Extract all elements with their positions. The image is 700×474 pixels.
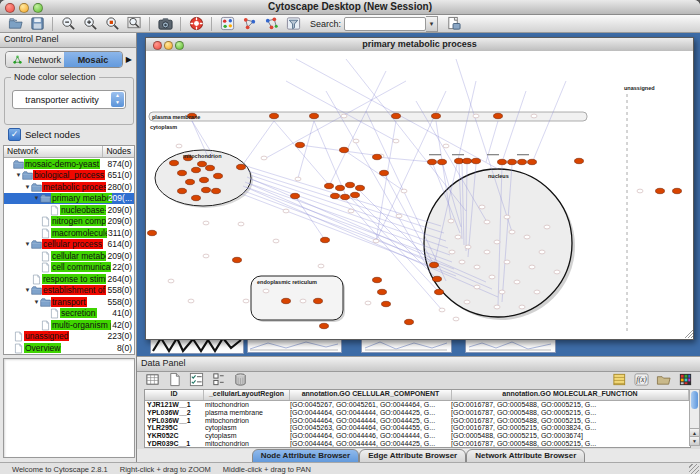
network-node[interactable] <box>489 275 495 279</box>
network-node[interactable] <box>300 299 306 303</box>
network-node[interactable] <box>341 114 347 118</box>
network-node-selected[interactable] <box>378 289 387 294</box>
network-node[interactable] <box>539 250 545 254</box>
network-window-titlebar[interactable]: primary metabolic process <box>146 38 693 52</box>
network-node-selected[interactable] <box>373 154 382 159</box>
network-node-selected[interactable] <box>498 159 507 164</box>
network-window-resize-grip[interactable] <box>685 330 693 338</box>
network-edge[interactable] <box>274 121 329 185</box>
network-node-selected[interactable] <box>296 142 305 147</box>
network-node[interactable] <box>448 219 454 223</box>
network-node[interactable] <box>479 205 485 209</box>
network-node-selected[interactable] <box>494 113 503 118</box>
tree-expand-icon[interactable]: ▼ <box>24 241 31 247</box>
network-node-selected[interactable] <box>320 323 329 328</box>
tree-row[interactable]: cell communicat22(0) <box>4 262 134 274</box>
network-node-selected[interactable] <box>186 179 195 184</box>
network-node-selected[interactable] <box>202 187 211 192</box>
network-edge[interactable] <box>360 191 434 265</box>
network-node-selected[interactable] <box>528 159 537 164</box>
network-node[interactable] <box>484 220 490 224</box>
network-node[interactable] <box>465 245 471 249</box>
network-node[interactable] <box>168 279 174 283</box>
network-node[interactable] <box>504 215 510 219</box>
network-node[interactable] <box>439 308 445 312</box>
network-edge[interactable] <box>486 121 498 162</box>
scroll-down-icon[interactable]: ▼ <box>690 436 699 445</box>
node-color-combobox[interactable]: transporter activity ▲▼ <box>12 90 126 109</box>
network-node-selected[interactable] <box>325 183 334 188</box>
network-node-selected[interactable] <box>178 188 187 193</box>
tree-row[interactable]: multi-organism pro42(0) <box>4 319 134 331</box>
table-row[interactable]: YKR052Ccytoplasm[GO:0044464, GO:0044446,… <box>145 432 690 440</box>
network-node-selected[interactable] <box>291 193 300 198</box>
tree-row[interactable]: ▼primary metabo209(... <box>4 193 134 205</box>
network-canvas[interactable]: plasma membranecytoplasmmitochondrionnuc… <box>146 51 693 339</box>
network-node[interactable] <box>283 209 289 213</box>
tree-row[interactable]: response to stimulu264(0) <box>4 273 134 285</box>
table-scrollbar[interactable]: ▲ ▼ <box>689 389 700 446</box>
tree-expand-icon[interactable]: ▼ <box>33 299 40 305</box>
zoom-fit-icon[interactable] <box>126 16 142 32</box>
table-row[interactable]: YLR295Ccytoplasm[GO:0045263, GO:0044464,… <box>145 424 690 432</box>
table-row[interactable]: YDR039C__1mitochondrion[GO:0044464, GO:0… <box>145 440 690 448</box>
network-node-selected[interactable] <box>351 192 360 197</box>
network-node[interactable] <box>396 214 402 218</box>
network-node-selected[interactable] <box>433 276 442 281</box>
network-node[interactable] <box>453 317 459 321</box>
select-nodes-checkbox[interactable]: ✓ <box>8 128 21 141</box>
tree-expand-icon[interactable]: ▼ <box>33 195 40 201</box>
table-column-header[interactable]: annotation.GO CELLULAR_COMPONENT <box>290 390 452 400</box>
network-node[interactable] <box>459 260 465 264</box>
help-icon[interactable] <box>188 16 204 32</box>
import-attribute-icon[interactable] <box>445 16 461 32</box>
network-node[interactable] <box>373 239 379 243</box>
network-node[interactable] <box>263 289 269 293</box>
network-node[interactable] <box>519 305 525 309</box>
matrix-icon[interactable] <box>677 371 693 387</box>
network-node[interactable] <box>295 177 301 181</box>
network-node-selected[interactable] <box>673 188 682 193</box>
network-node-selected[interactable] <box>212 188 221 193</box>
table-column-header[interactable]: ID <box>145 390 204 400</box>
network-node[interactable] <box>365 301 371 305</box>
select-attributes-icon[interactable] <box>188 371 204 387</box>
network-node-selected[interactable] <box>178 170 187 175</box>
network-edge[interactable] <box>295 196 325 240</box>
network-node-selected[interactable] <box>148 230 157 235</box>
network-node-selected[interactable] <box>430 262 439 267</box>
network-node[interactable] <box>499 290 505 294</box>
tab-overflow-arrow-icon[interactable]: ▶ <box>126 55 132 64</box>
float-panel-icon[interactable] <box>686 358 697 369</box>
vizmapper-icon[interactable] <box>219 16 235 32</box>
network-node-selected[interactable] <box>214 173 223 178</box>
network-node-selected[interactable] <box>656 188 665 193</box>
tree-row[interactable]: nucleobase-209(0) <box>4 204 134 216</box>
network-node-selected[interactable] <box>200 177 209 182</box>
network-node[interactable] <box>509 230 515 234</box>
tree-row[interactable]: ▼metabolic process280(0) <box>4 181 134 193</box>
network-node[interactable] <box>348 209 354 213</box>
scrollbar-thumb[interactable] <box>691 391 698 409</box>
network-edge[interactable] <box>366 111 446 281</box>
tree-expand-icon[interactable]: ▼ <box>24 184 31 190</box>
network-node-selected[interactable] <box>508 159 517 164</box>
save-icon[interactable] <box>29 16 45 32</box>
network-node[interactable] <box>273 239 279 243</box>
network-node-selected[interactable] <box>282 298 291 303</box>
network-node-selected[interactable] <box>340 147 349 152</box>
network-node-selected[interactable] <box>206 165 215 170</box>
network-node[interactable] <box>188 299 194 303</box>
search-input[interactable] <box>344 17 426 31</box>
formula-builder-icon[interactable]: f(x) <box>633 371 649 387</box>
network-edge[interactable] <box>298 121 314 178</box>
background-window-sliver[interactable] <box>361 338 452 353</box>
filter-icon[interactable] <box>285 16 301 32</box>
network-node-selected[interactable] <box>380 170 389 175</box>
network-node[interactable] <box>529 265 535 269</box>
network-node[interactable] <box>474 265 480 269</box>
network-node[interactable] <box>514 280 520 284</box>
network-node[interactable] <box>504 260 510 264</box>
tree-row[interactable]: Overview8(0) <box>4 342 134 354</box>
tree-column-network[interactable]: Network <box>4 146 103 157</box>
